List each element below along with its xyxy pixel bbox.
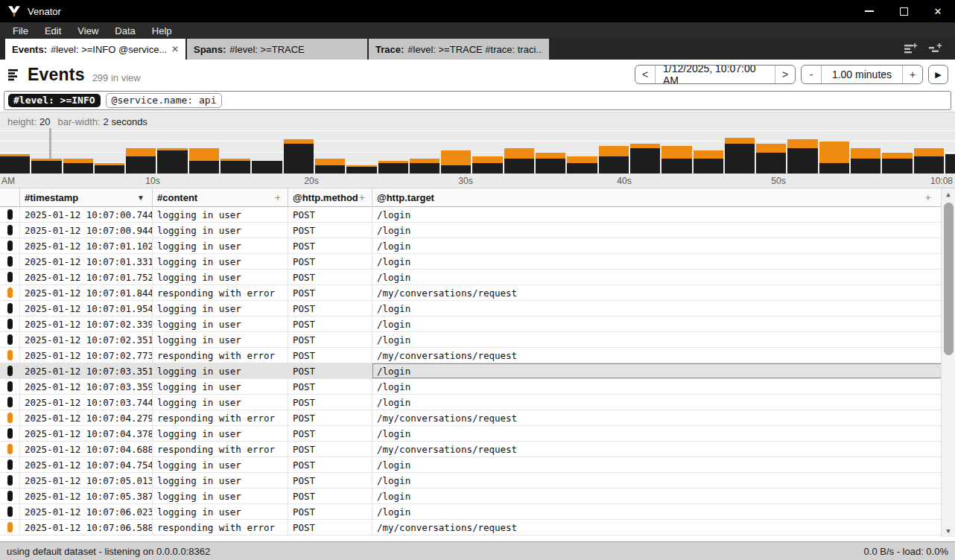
http-method-cell[interactable]: POST xyxy=(288,301,372,316)
time-display[interactable]: 1/12/2025, 10:07:00 AM xyxy=(656,66,775,83)
timestamp-cell[interactable]: 2025-01-12 10:07:06.588 xyxy=(20,520,153,535)
http-method-cell[interactable]: POST xyxy=(288,442,372,456)
http-target-cell[interactable]: /my/conversations/request xyxy=(372,442,955,456)
content-cell[interactable]: logging in user xyxy=(153,426,288,441)
http-method-cell[interactable]: POST xyxy=(288,316,372,331)
scroll-up-button[interactable]: ▲ xyxy=(942,188,955,200)
timestamp-cell[interactable]: 2025-01-12 10:07:04.688 xyxy=(20,442,153,456)
content-cell[interactable]: responding with error xyxy=(153,285,288,300)
table-row[interactable]: 2025-01-12 10:07:04.754logging in userPO… xyxy=(0,457,955,473)
histogram-chart[interactable] xyxy=(0,130,955,174)
content-cell[interactable]: logging in user xyxy=(153,457,288,472)
new-spans-view-button[interactable] xyxy=(927,43,943,56)
add-attribute-icon[interactable]: + xyxy=(275,191,281,203)
content-cell[interactable]: logging in user xyxy=(153,238,288,253)
http-method-cell[interactable]: POST xyxy=(288,285,372,300)
http-method-cell[interactable]: POST xyxy=(288,348,372,363)
menu-item-data[interactable]: Data xyxy=(107,22,143,39)
table-row[interactable]: 2025-01-12 10:07:02.351logging in userPO… xyxy=(0,332,955,348)
http-target-cell[interactable]: /login xyxy=(372,254,955,269)
http-target-cell[interactable]: /login xyxy=(372,457,955,472)
http-target-cell[interactable]: /my/conversations/request xyxy=(372,285,955,300)
table-row[interactable]: 2025-01-12 10:07:06.023logging in userPO… xyxy=(0,504,955,520)
table-row[interactable]: 2025-01-12 10:07:01.102logging in userPO… xyxy=(0,238,955,254)
menu-item-view[interactable]: View xyxy=(69,22,107,39)
column-header-http-method[interactable]: @http.method+ xyxy=(288,188,372,206)
http-target-cell[interactable]: /login xyxy=(372,316,955,331)
http-target-cell[interactable]: /login xyxy=(372,379,955,394)
table-row[interactable]: 2025-01-12 10:07:03.351logging in userPO… xyxy=(0,363,955,379)
http-target-cell[interactable]: /login xyxy=(372,301,955,316)
table-row[interactable]: 2025-01-12 10:07:00.944logging in userPO… xyxy=(0,223,955,238)
timestamp-cell[interactable]: 2025-01-12 10:07:00.744 xyxy=(20,207,153,222)
filter-chip-service[interactable]: @service.name: api xyxy=(106,93,223,108)
http-method-cell[interactable]: POST xyxy=(288,395,372,410)
tab-events[interactable]: Events:#level: >=INFO @service....✕ xyxy=(5,39,185,60)
content-cell[interactable]: logging in user xyxy=(153,254,288,269)
http-method-cell[interactable]: POST xyxy=(288,410,372,425)
http-target-cell[interactable]: /login xyxy=(372,270,955,284)
maximize-button[interactable] xyxy=(886,0,921,22)
http-target-cell[interactable]: /my/conversations/request xyxy=(372,410,955,425)
timestamp-cell[interactable]: 2025-01-12 10:07:01.102 xyxy=(20,238,153,253)
content-cell[interactable]: logging in user xyxy=(153,207,288,222)
column-header-level[interactable] xyxy=(0,188,20,206)
timestamp-cell[interactable]: 2025-01-12 10:07:02.339 xyxy=(20,316,153,331)
timestamp-cell[interactable]: 2025-01-12 10:07:01.752 xyxy=(20,270,153,284)
content-cell[interactable]: logging in user xyxy=(153,301,288,316)
next-time-button[interactable]: > xyxy=(775,66,795,83)
http-method-cell[interactable]: POST xyxy=(288,363,372,378)
table-row[interactable]: 2025-01-12 10:07:05.387logging in userPO… xyxy=(0,489,955,504)
add-attribute-icon[interactable]: + xyxy=(359,191,365,203)
table-row[interactable]: 2025-01-12 10:07:01.954logging in userPO… xyxy=(0,301,955,316)
content-cell[interactable]: responding with error xyxy=(153,520,288,535)
timestamp-cell[interactable]: 2025-01-12 10:07:04.754 xyxy=(20,457,153,472)
content-cell[interactable]: responding with error xyxy=(153,442,288,456)
http-method-cell[interactable]: POST xyxy=(288,473,372,488)
content-cell[interactable]: responding with error xyxy=(153,348,288,363)
table-row[interactable]: 2025-01-12 10:07:04.378logging in userPO… xyxy=(0,426,955,442)
timestamp-cell[interactable]: 2025-01-12 10:07:04.279 xyxy=(20,410,153,425)
filter-bar[interactable]: #level: >=INFO@service.name: api xyxy=(4,91,951,110)
add-column-button[interactable]: + xyxy=(925,188,931,206)
filter-chip-level[interactable]: #level: >=INFO xyxy=(8,94,101,107)
table-row[interactable]: 2025-01-12 10:07:02.339logging in userPO… xyxy=(0,316,955,332)
column-header-timestamp[interactable]: #timestamp▼ xyxy=(20,188,153,206)
prev-time-button[interactable]: < xyxy=(635,66,656,83)
tab-close-icon[interactable]: ✕ xyxy=(171,44,179,54)
timestamp-cell[interactable]: 2025-01-12 10:07:03.744 xyxy=(20,395,153,410)
http-target-cell[interactable]: /my/conversations/request xyxy=(372,520,955,535)
table-row[interactable]: 2025-01-12 10:07:01.331logging in userPO… xyxy=(0,254,955,270)
http-target-cell[interactable]: /my/conversations/request xyxy=(372,348,955,363)
table-row[interactable]: 2025-01-12 10:07:05.013logging in userPO… xyxy=(0,473,955,489)
column-header-content[interactable]: #content+ xyxy=(153,188,288,206)
timestamp-cell[interactable]: 2025-01-12 10:07:02.773 xyxy=(20,348,153,363)
timestamp-cell[interactable]: 2025-01-12 10:07:00.944 xyxy=(20,223,153,238)
http-method-cell[interactable]: POST xyxy=(288,238,372,253)
timestamp-cell[interactable]: 2025-01-12 10:07:05.013 xyxy=(20,473,153,488)
http-target-cell[interactable]: /login xyxy=(372,504,955,519)
histogram-cursor[interactable] xyxy=(49,128,51,162)
table-row[interactable]: 2025-01-12 10:07:03.744logging in userPO… xyxy=(0,395,955,410)
http-target-cell[interactable]: /login xyxy=(372,363,955,378)
timestamp-cell[interactable]: 2025-01-12 10:07:01.954 xyxy=(20,301,153,316)
http-method-cell[interactable]: POST xyxy=(288,457,372,472)
zoom-out-button[interactable]: - xyxy=(802,66,822,83)
content-cell[interactable]: logging in user xyxy=(153,379,288,394)
content-cell[interactable]: logging in user xyxy=(153,504,288,519)
table-row[interactable]: 2025-01-12 10:07:04.688responding with e… xyxy=(0,442,955,457)
play-button[interactable]: ▶ xyxy=(928,65,948,84)
scroll-down-button[interactable]: ▼ xyxy=(942,525,955,537)
new-events-view-button[interactable] xyxy=(903,43,918,56)
timestamp-cell[interactable]: 2025-01-12 10:07:03.359 xyxy=(20,379,153,394)
http-target-cell[interactable]: /login xyxy=(372,207,955,222)
column-header-http-target[interactable]: @http.target xyxy=(372,188,955,206)
table-row[interactable]: 2025-01-12 10:07:01.844responding with e… xyxy=(0,285,955,301)
http-target-cell[interactable]: /login xyxy=(372,395,955,410)
close-button[interactable]: ✕ xyxy=(921,0,955,22)
table-row[interactable]: 2025-01-12 10:07:03.359logging in userPO… xyxy=(0,379,955,395)
content-cell[interactable]: logging in user xyxy=(153,332,288,347)
scroll-thumb[interactable] xyxy=(944,203,954,355)
table-row[interactable]: 2025-01-12 10:07:04.279responding with e… xyxy=(0,410,955,426)
http-method-cell[interactable]: POST xyxy=(288,504,372,519)
